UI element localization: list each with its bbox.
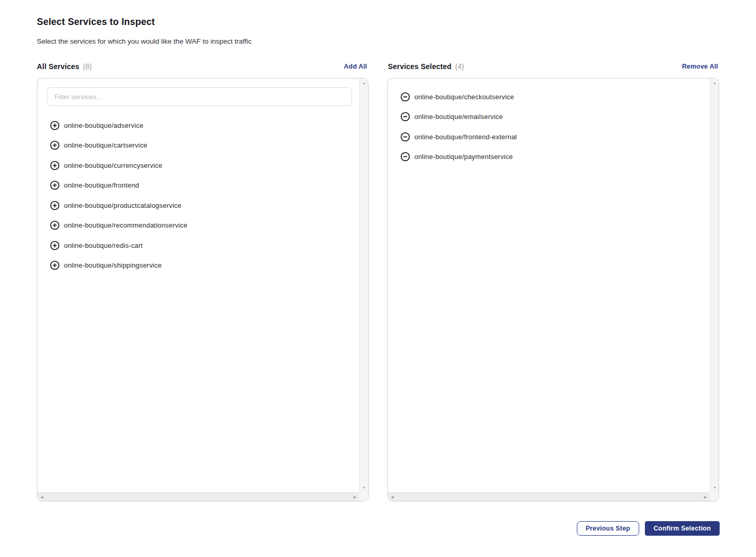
services-selected-panel: online-boutique/checkoutservice online-b… bbox=[387, 78, 719, 501]
scroll-up-icon[interactable]: ▲ bbox=[360, 78, 369, 87]
service-name: online-boutique/frontend-external bbox=[414, 133, 517, 141]
services-selected-count: (4) bbox=[455, 62, 464, 71]
service-name: online-boutique/paymentservice bbox=[414, 153, 513, 161]
service-row-addable[interactable]: online-boutique/frontend bbox=[37, 176, 359, 196]
footer-actions: Previous Step Confirm Selection bbox=[577, 521, 720, 536]
service-row-removable[interactable]: online-boutique/frontend-external bbox=[388, 127, 710, 147]
service-row-removable[interactable]: online-boutique/paymentservice bbox=[388, 147, 710, 167]
plus-circle-icon[interactable] bbox=[50, 201, 60, 210]
scroll-left-icon[interactable]: ◀ bbox=[37, 493, 46, 501]
all-services-count: (8) bbox=[83, 62, 92, 71]
selected-services-list: online-boutique/checkoutservice online-b… bbox=[388, 87, 710, 167]
confirm-selection-button[interactable]: Confirm Selection bbox=[645, 521, 720, 536]
add-all-link[interactable]: Add All bbox=[344, 63, 367, 70]
scroll-down-icon[interactable]: ▼ bbox=[360, 483, 369, 492]
plus-circle-icon[interactable] bbox=[50, 241, 60, 250]
all-services-label: All Services bbox=[37, 62, 79, 71]
service-name: online-boutique/adservice bbox=[64, 122, 143, 129]
scroll-down-icon[interactable]: ▼ bbox=[710, 483, 719, 492]
vertical-scrollbar[interactable]: ▲ ▼ bbox=[359, 78, 368, 492]
services-selected-header: Services Selected (4) Remove All bbox=[388, 61, 718, 72]
service-row-addable[interactable]: online-boutique/recommendationservice bbox=[37, 216, 359, 236]
scroll-right-icon[interactable]: ▶ bbox=[701, 493, 710, 501]
service-row-addable[interactable]: online-boutique/shippingservice bbox=[37, 256, 359, 276]
scroll-up-icon[interactable]: ▲ bbox=[710, 78, 719, 87]
minus-circle-icon[interactable] bbox=[400, 132, 410, 142]
remove-all-link[interactable]: Remove All bbox=[682, 63, 718, 70]
filter-services-input[interactable] bbox=[47, 87, 352, 106]
page-title: Select Services to Inspect bbox=[37, 17, 155, 28]
previous-step-button[interactable]: Previous Step bbox=[577, 521, 639, 536]
all-services-panel: online-boutique/adservice online-boutiqu… bbox=[37, 78, 369, 501]
service-name: online-boutique/frontend bbox=[64, 181, 139, 189]
scrollbar-corner bbox=[710, 492, 719, 501]
scrollbar-corner bbox=[359, 492, 368, 501]
services-selected-panel-content: online-boutique/checkoutservice online-b… bbox=[388, 78, 710, 492]
all-services-header: All Services (8) Add All bbox=[37, 61, 367, 72]
service-row-removable[interactable]: online-boutique/emailservice bbox=[388, 107, 710, 127]
service-name: online-boutique/cartservice bbox=[64, 141, 147, 149]
select-services-page: Select Services to Inspect Select the se… bbox=[0, 0, 756, 557]
plus-circle-icon[interactable] bbox=[50, 161, 60, 170]
minus-circle-icon[interactable] bbox=[400, 112, 410, 122]
plus-circle-icon[interactable] bbox=[50, 121, 60, 130]
service-name: online-boutique/emailservice bbox=[414, 113, 503, 121]
scroll-right-icon[interactable]: ▶ bbox=[350, 493, 359, 501]
service-name: online-boutique/shippingservice bbox=[64, 261, 161, 269]
service-row-removable[interactable]: online-boutique/checkoutservice bbox=[388, 87, 710, 107]
all-services-panel-content: online-boutique/adservice online-boutiqu… bbox=[37, 78, 359, 492]
scroll-left-icon[interactable]: ◀ bbox=[388, 493, 397, 501]
service-name: online-boutique/currencyservice bbox=[64, 162, 163, 169]
all-services-list: online-boutique/adservice online-boutiqu… bbox=[37, 115, 359, 275]
plus-circle-icon[interactable] bbox=[50, 220, 60, 230]
minus-circle-icon[interactable] bbox=[400, 92, 410, 102]
minus-circle-icon[interactable] bbox=[400, 152, 410, 162]
services-selected-label: Services Selected bbox=[388, 62, 451, 71]
service-row-addable[interactable]: online-boutique/currencyservice bbox=[37, 155, 359, 176]
plus-circle-icon[interactable] bbox=[50, 260, 60, 270]
service-row-addable[interactable]: online-boutique/cartservice bbox=[37, 136, 359, 156]
service-row-addable[interactable]: online-boutique/productcatalogservice bbox=[37, 195, 359, 216]
page-subtitle: Select the services for which you would … bbox=[37, 37, 251, 45]
plus-circle-icon[interactable] bbox=[50, 140, 60, 150]
vertical-scrollbar[interactable]: ▲ ▼ bbox=[710, 78, 719, 492]
service-row-addable[interactable]: online-boutique/adservice bbox=[37, 115, 359, 136]
service-name: online-boutique/checkoutservice bbox=[414, 93, 514, 101]
service-name: online-boutique/productcatalogservice bbox=[64, 202, 181, 209]
horizontal-scrollbar[interactable]: ◀ ▶ bbox=[388, 492, 710, 501]
service-name: online-boutique/recommendationservice bbox=[64, 221, 187, 229]
service-name: online-boutique/redis-cart bbox=[64, 242, 143, 249]
service-row-addable[interactable]: online-boutique/redis-cart bbox=[37, 235, 359, 256]
horizontal-scrollbar[interactable]: ◀ ▶ bbox=[37, 492, 359, 501]
plus-circle-icon[interactable] bbox=[50, 180, 60, 190]
